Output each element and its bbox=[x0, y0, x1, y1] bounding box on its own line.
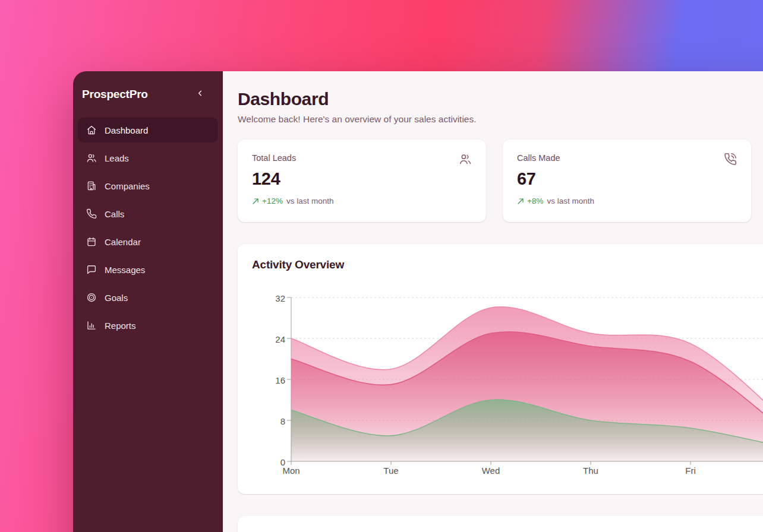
stat-trend-suffix: vs last month bbox=[547, 197, 594, 205]
x-axis-label: Wed bbox=[482, 466, 500, 476]
stats-row: Total Leads124+12%vs last monthCalls Mad… bbox=[238, 140, 763, 222]
activity-chart: 08162432MonTueWedThuFri bbox=[252, 283, 763, 483]
stat-trend: +12%vs last month bbox=[252, 197, 472, 205]
partial-card bbox=[238, 516, 763, 532]
sidebar-item-dashboard[interactable]: Dashboard bbox=[78, 118, 218, 142]
main-content: Dashboard Welcome back! Here's an overvi… bbox=[223, 71, 763, 532]
sidebar-item-reports[interactable]: Reports bbox=[78, 313, 218, 338]
calendar-icon bbox=[86, 236, 97, 247]
x-axis-label: Mon bbox=[282, 466, 299, 476]
sidebar-item-label: Dashboard bbox=[105, 125, 148, 135]
users-icon bbox=[86, 153, 97, 163]
page-subtitle: Welcome back! Here's an overview of your… bbox=[238, 114, 763, 125]
y-axis-label: 16 bbox=[275, 375, 285, 385]
phone-call-icon bbox=[724, 153, 737, 166]
x-axis-label: Thu bbox=[583, 466, 598, 476]
y-axis-label: 8 bbox=[280, 416, 285, 426]
sidebar-item-label: Goals bbox=[105, 293, 128, 303]
stat-trend-value: +12% bbox=[262, 197, 283, 205]
sidebar: ProspectPro DashboardLeadsCompaniesCalls… bbox=[73, 71, 223, 532]
stat-label: Total Leads bbox=[252, 153, 472, 163]
sidebar-item-label: Calendar bbox=[105, 237, 141, 247]
stat-card: Total Leads124+12%vs last month bbox=[238, 140, 486, 222]
stat-label: Calls Made bbox=[517, 153, 737, 163]
chart-title: Activity Overview bbox=[252, 258, 763, 271]
sidebar-item-label: Reports bbox=[105, 321, 136, 331]
trend-up-icon bbox=[252, 198, 259, 205]
sidebar-header: ProspectPro bbox=[73, 71, 223, 101]
stat-trend-suffix: vs last month bbox=[286, 197, 334, 205]
sidebar-item-leads[interactable]: Leads bbox=[78, 145, 218, 170]
y-axis-label: 32 bbox=[275, 293, 285, 303]
phone-icon bbox=[86, 208, 97, 219]
chart-svg: 08162432MonTueWedThuFri bbox=[252, 283, 763, 480]
message-square-icon bbox=[86, 264, 97, 275]
sidebar-item-calls[interactable]: Calls bbox=[78, 201, 218, 226]
sidebar-item-label: Calls bbox=[105, 209, 124, 219]
activity-overview-card: Activity Overview 08162432MonTueWedThuFr… bbox=[238, 244, 763, 494]
chevron-left-icon bbox=[196, 88, 205, 100]
brand-logo: ProspectPro bbox=[82, 88, 148, 101]
page-title: Dashboard bbox=[238, 89, 763, 109]
x-axis-label: Fri bbox=[685, 466, 696, 476]
sidebar-item-label: Leads bbox=[105, 153, 129, 163]
stat-card: Calls Made67+8%vs last month bbox=[503, 140, 751, 222]
sidebar-item-calendar[interactable]: Calendar bbox=[78, 229, 218, 254]
home-icon bbox=[86, 125, 97, 135]
building-icon bbox=[86, 180, 97, 191]
sidebar-item-label: Messages bbox=[105, 265, 145, 275]
stat-trend: +8%vs last month bbox=[517, 197, 737, 205]
y-axis-label: 24 bbox=[275, 334, 285, 344]
users-icon bbox=[459, 153, 472, 166]
bar-chart-icon bbox=[86, 320, 97, 331]
sidebar-nav: DashboardLeadsCompaniesCallsCalendarMess… bbox=[73, 118, 223, 338]
target-icon bbox=[86, 292, 97, 303]
sidebar-collapse-button[interactable] bbox=[194, 87, 206, 101]
x-axis-label: Tue bbox=[383, 466, 398, 476]
desktop: { "desktop": { "gradient_colors": ["#fa5… bbox=[0, 0, 763, 532]
stat-value: 124 bbox=[252, 169, 472, 189]
stat-value: 67 bbox=[517, 169, 737, 189]
trend-up-icon bbox=[517, 198, 524, 205]
stat-trend-value: +8% bbox=[527, 197, 543, 205]
sidebar-item-companies[interactable]: Companies bbox=[78, 173, 218, 198]
app-window: ProspectPro DashboardLeadsCompaniesCalls… bbox=[73, 71, 763, 532]
sidebar-item-messages[interactable]: Messages bbox=[78, 257, 218, 282]
sidebar-item-label: Companies bbox=[105, 181, 150, 191]
sidebar-item-goals[interactable]: Goals bbox=[78, 285, 218, 310]
